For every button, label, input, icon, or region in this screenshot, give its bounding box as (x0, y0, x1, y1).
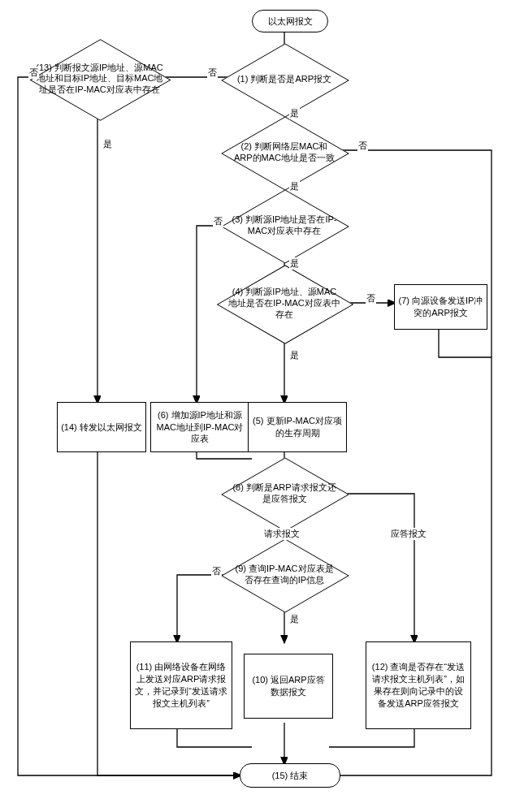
label-d13-no: 否 (28, 67, 39, 79)
label-d2-yes: 是 (289, 180, 300, 192)
process-5-text: (5) 更新IP-MAC对应项的生存周期 (252, 415, 343, 439)
process-5: (5) 更新IP-MAC对应项的生存周期 (248, 402, 347, 452)
process-14-text: (14) 转发以太网报文 (61, 421, 142, 434)
label-d9-no: 否 (211, 565, 222, 577)
label-d13-yes: 是 (102, 138, 113, 150)
decision-13: (13) 判断报文源IP地址、源MAC地址和目标IP地址、目标MAC地址是否在I… (61, 41, 138, 118)
process-7: (7) 向源设备发送IP冲突的ARP报文 (394, 284, 487, 330)
process-14: (14) 转发以太网报文 (57, 402, 146, 452)
decision-8: (8) 判断是ARP请求报文还是应答报文 (249, 459, 319, 529)
start-label: 以太网报文 (268, 15, 313, 28)
label-d1-no: 否 (207, 67, 218, 79)
label-d8-req: 请求报文 (263, 528, 301, 540)
process-7-text: (7) 向源设备发送IP冲突的ARP报文 (398, 295, 483, 319)
label-d3-yes: 是 (289, 257, 300, 270)
label-d8-resp: 应答报文 (390, 528, 427, 540)
process-6-text: (6) 增加源IP地址和源MAC地址到IP-MAC对应表 (154, 409, 245, 446)
decision-2: (2) 判断网络层MAC和ARP的MAC地址是否一致 (249, 118, 319, 188)
flowchart-canvas: 以太网报文 (1) 判断是否是ARP报文 (13) 判断报文源IP地址、源MAC… (8, 8, 503, 804)
process-11: (11) 由网络设备在网络上发送对应ARP请求报文，并记录到“发送请求报文主机列… (130, 641, 232, 729)
end-label: (15) 结束 (272, 770, 309, 782)
process-10-text: (10) 返回ARP应答数据报文 (248, 674, 329, 698)
label-d1-yes: 是 (289, 107, 300, 119)
decision-1: (1) 判断是否是ARP报文 (249, 45, 319, 114)
decision-4: (4) 判断源IP地址、源MAC地址是否在IP-MAC对应表中存在 (247, 266, 322, 341)
process-12: (12) 查询是否存在“发送请求报文主机列表”，如果存在则向记录中的设备发送AR… (366, 641, 471, 729)
label-d9-yes: 是 (289, 613, 300, 625)
label-d4-yes: 是 (289, 349, 300, 361)
label-d3-no: 否 (213, 215, 223, 227)
process-10: (10) 返回ARP应答数据报文 (244, 654, 333, 719)
label-d2-no: 否 (357, 140, 368, 152)
decision-9: (9) 查询IP-MAC对应表是否存在查询的IP信息 (249, 540, 319, 610)
process-11-text: (11) 由网络设备在网络上发送对应ARP请求报文，并记录到“发送请求报文主机列… (134, 661, 228, 709)
decision-3: (3) 判断源IP地址是否在IP-MAC对应表中存在 (249, 191, 319, 261)
process-6: (6) 增加源IP地址和源MAC地址到IP-MAC对应表 (150, 402, 249, 452)
start-node: 以太网报文 (252, 10, 328, 32)
process-12-text: (12) 查询是否存在“发送请求报文主机列表”，如果存在则向记录中的设备发送AR… (370, 661, 467, 709)
end-node: (15) 结束 (240, 763, 340, 788)
label-d4-no: 否 (366, 292, 376, 304)
